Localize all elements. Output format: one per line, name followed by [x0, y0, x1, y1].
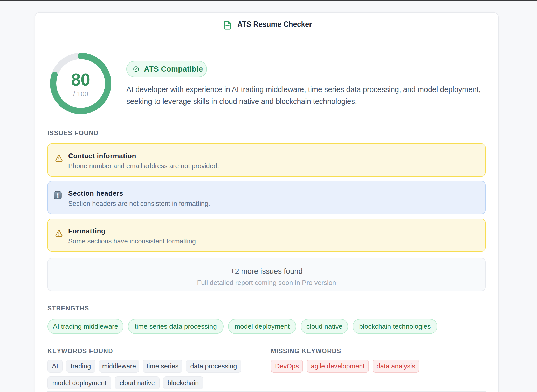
- svg-text:/ 100: / 100: [73, 90, 88, 98]
- svg-text:i: i: [57, 192, 59, 199]
- svg-text:80: 80: [71, 70, 90, 89]
